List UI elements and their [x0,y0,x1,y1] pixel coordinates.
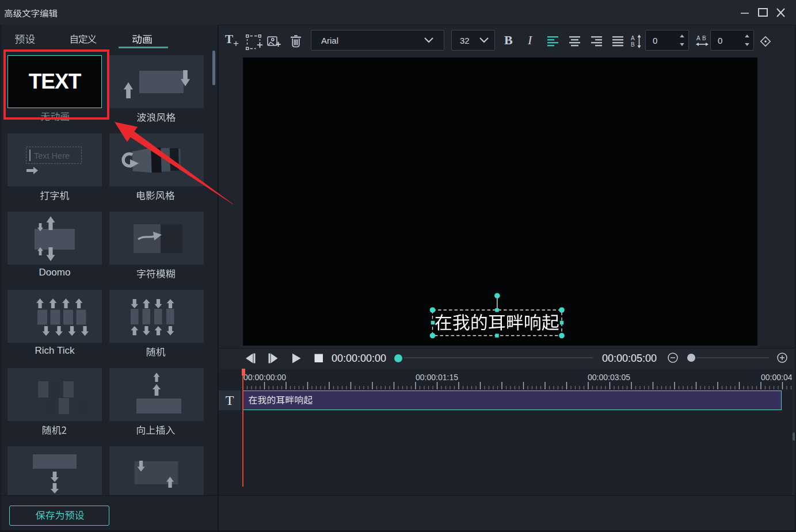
svg-text:B: B [702,35,706,41]
svg-text:B: B [631,41,635,48]
svg-text:Text Here: Text Here [34,151,70,160]
svg-text:A: A [631,35,635,41]
svg-text:A: A [696,35,700,41]
